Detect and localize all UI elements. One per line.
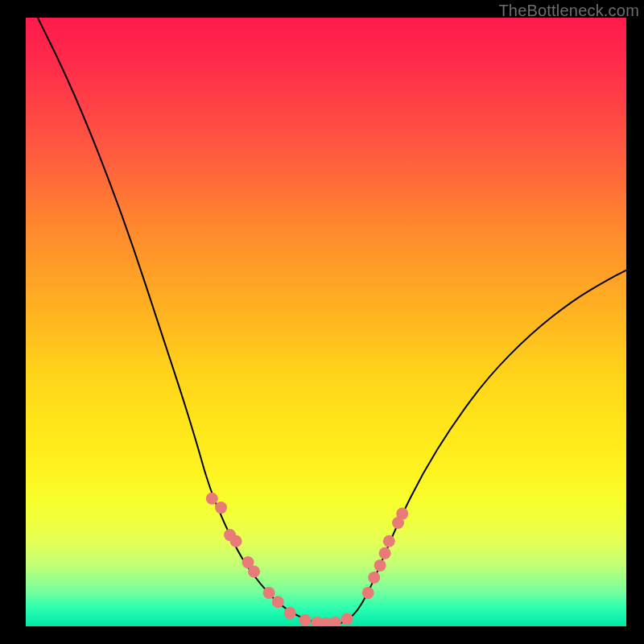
data-point	[215, 502, 227, 514]
chart-overlay	[26, 18, 626, 626]
data-point	[248, 566, 260, 578]
data-point	[368, 572, 380, 584]
chart-frame: TheBottleneck.com	[0, 0, 644, 644]
data-point	[272, 596, 284, 608]
data-point	[329, 617, 341, 626]
chart-plot-area	[26, 18, 626, 626]
data-point	[374, 559, 386, 572]
data-point	[206, 493, 218, 505]
data-point	[284, 607, 296, 619]
marker-group	[206, 493, 408, 626]
data-point	[299, 614, 311, 626]
bottleneck-curve	[38, 18, 626, 624]
data-point	[341, 613, 353, 625]
data-point	[396, 508, 408, 520]
watermark-text: TheBottleneck.com	[498, 2, 639, 20]
data-point	[230, 535, 242, 547]
data-point	[362, 587, 374, 599]
data-point	[379, 547, 391, 559]
data-point	[263, 587, 275, 599]
data-point	[383, 535, 395, 547]
